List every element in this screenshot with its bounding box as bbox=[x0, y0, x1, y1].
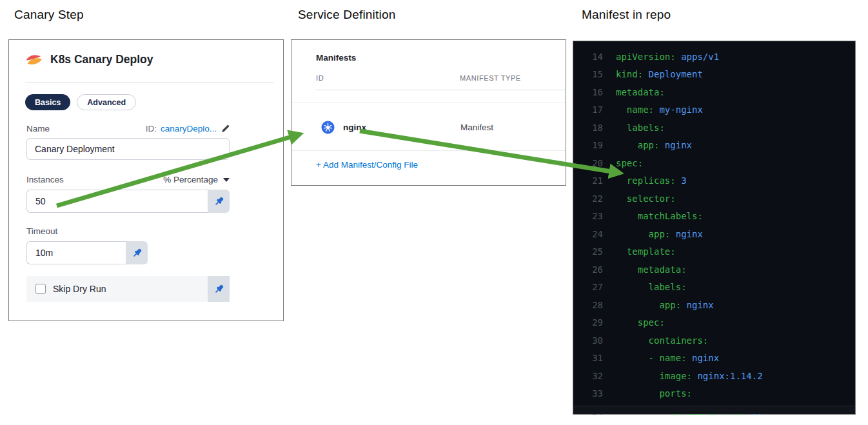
timeout-input[interactable]: 10m bbox=[26, 241, 126, 264]
tab-basics[interactable]: Basics bbox=[25, 94, 70, 110]
code-line: 30 containers: bbox=[573, 331, 855, 350]
column-header-type: MANIFEST TYPE bbox=[460, 74, 521, 82]
instances-unit-select[interactable]: % Percentage bbox=[163, 175, 230, 184]
code-line: 28 app: nginx bbox=[573, 296, 855, 314]
chevron-down-icon bbox=[223, 178, 230, 182]
column-header-id: ID bbox=[316, 74, 324, 82]
code-panel-footer-bar bbox=[573, 406, 855, 414]
code-line: 24 app: nginx bbox=[573, 225, 855, 243]
title-divider bbox=[25, 83, 274, 83]
code-line: 29 spec: bbox=[573, 314, 855, 332]
step-title-row: K8s Canary Deploy bbox=[25, 53, 153, 66]
pin-icon bbox=[213, 284, 224, 295]
canary-step-heading: Canary Step bbox=[14, 8, 84, 22]
kubernetes-icon bbox=[321, 121, 335, 134]
add-manifest-link[interactable]: + Add Manifest/Config File bbox=[316, 160, 418, 170]
pin-icon bbox=[132, 248, 143, 259]
code-line: 16metadata: bbox=[573, 83, 855, 101]
step-title: K8s Canary Deploy bbox=[50, 53, 153, 66]
header-divider bbox=[316, 90, 566, 90]
manifest-type-cell: Manifest bbox=[460, 103, 493, 152]
code-line: 33 ports: bbox=[573, 385, 855, 403]
code-line: 18 labels: bbox=[573, 119, 855, 137]
timeout-label: Timeout bbox=[26, 226, 57, 236]
instances-label: Instances bbox=[26, 175, 64, 184]
code-line: 17 name: my-nginx bbox=[573, 101, 855, 119]
code-line: 22 selector: bbox=[573, 190, 855, 208]
skip-dry-run-label: Skip Dry Run bbox=[53, 284, 208, 294]
manifest-id-cell: nginx bbox=[321, 103, 366, 152]
step-id-group: ID: canaryDeplo... bbox=[146, 124, 230, 133]
code-line: 21 replicas: 3 bbox=[573, 172, 855, 190]
yaml-code-lines: 14apiVersion: apps/v115kind: Deployment1… bbox=[573, 48, 855, 420]
code-line: 15kind: Deployment bbox=[573, 66, 855, 84]
code-line: 25 template: bbox=[573, 243, 855, 261]
timeout-input-group: 10m bbox=[26, 241, 148, 264]
manifest-in-repo-heading: Manifest in repo bbox=[582, 8, 671, 22]
code-line: 23 matchLabels: bbox=[573, 208, 855, 226]
code-line: 14apiVersion: apps/v1 bbox=[573, 48, 855, 66]
timeout-label-row: Timeout bbox=[26, 226, 230, 236]
canary-step-panel: K8s Canary Deploy Basics Advanced Name I… bbox=[8, 39, 284, 321]
code-line: 19 app: nginx bbox=[573, 137, 855, 155]
pin-icon bbox=[213, 196, 224, 207]
skip-dry-run-pin-button[interactable] bbox=[208, 276, 230, 302]
code-line: 26 metadata: bbox=[573, 261, 855, 279]
id-prefix: ID: bbox=[146, 124, 157, 133]
code-line: 27 labels: bbox=[573, 279, 855, 297]
service-definition-panel: Manifests ID MANIFEST TYPE bbox=[291, 39, 566, 186]
instances-pin-button[interactable] bbox=[208, 190, 230, 213]
instances-input-group: 50 bbox=[26, 190, 230, 213]
service-definition-heading: Service Definition bbox=[298, 8, 395, 22]
manifests-title: Manifests bbox=[316, 53, 356, 63]
instances-label-row: Instances % Percentage bbox=[26, 175, 230, 184]
manifest-id-label: nginx bbox=[343, 123, 366, 132]
manifest-table-row[interactable]: nginx Manifest bbox=[291, 103, 566, 151]
skip-dry-run-checkbox[interactable] bbox=[35, 284, 46, 294]
name-input[interactable]: Canary Deployment bbox=[26, 138, 230, 160]
instances-input[interactable]: 50 bbox=[26, 190, 208, 213]
step-tabs: Basics Advanced bbox=[25, 94, 136, 110]
timeout-pin-button[interactable] bbox=[126, 241, 148, 264]
code-line: 20spec: bbox=[573, 154, 855, 172]
edit-pencil-icon[interactable] bbox=[221, 124, 230, 133]
canary-bird-icon bbox=[25, 53, 43, 66]
unit-select-value: % Percentage bbox=[163, 175, 218, 184]
name-label: Name bbox=[26, 124, 50, 133]
manifest-code-panel: 14apiVersion: apps/v115kind: Deployment1… bbox=[573, 41, 856, 415]
name-label-row: Name ID: canaryDeplo... bbox=[26, 124, 230, 133]
code-line: 31 - name: nginx bbox=[573, 350, 855, 368]
code-line: 32 image: nginx:1.14.2 bbox=[573, 367, 855, 385]
step-id-link[interactable]: canaryDeplo... bbox=[161, 124, 217, 133]
skip-dry-run-row: Skip Dry Run bbox=[26, 276, 230, 302]
tab-advanced[interactable]: Advanced bbox=[77, 94, 136, 110]
